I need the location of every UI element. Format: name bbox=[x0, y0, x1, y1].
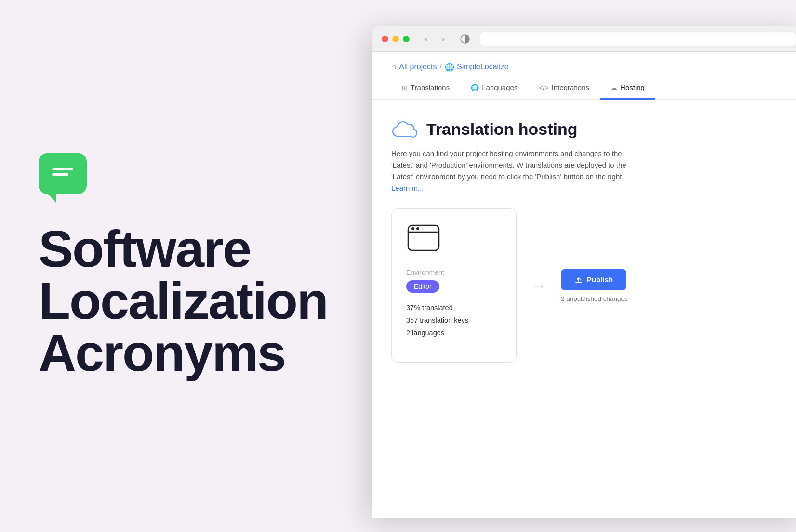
breadcrumb: ⌂ All projects / 🌐 SimpleLocalize bbox=[372, 52, 796, 72]
env-card-container: Environment Editor 37% translated 357 tr… bbox=[391, 208, 786, 363]
tab-navigation: ⊞ Translations 🌐 Languages </> Integrati… bbox=[372, 77, 796, 100]
all-projects-link[interactable]: All projects bbox=[399, 63, 437, 71]
environment-stats: 37% translated 357 translation keys 2 la… bbox=[406, 301, 502, 339]
hosting-tab-label: Hosting bbox=[620, 83, 645, 91]
privacy-icon bbox=[460, 34, 470, 44]
environment-label: Environment bbox=[406, 269, 502, 276]
app-content: ⌂ All projects / 🌐 SimpleLocalize ⊞ Tran… bbox=[372, 52, 796, 518]
keys-stat: 357 translation keys bbox=[406, 314, 502, 326]
nav-buttons: ‹ › bbox=[419, 32, 450, 46]
browser-icon bbox=[406, 223, 441, 252]
minimize-button[interactable] bbox=[392, 36, 399, 42]
cloud-icon bbox=[391, 119, 418, 139]
publish-section: Publish 2 unpublished changes bbox=[561, 269, 628, 302]
tab-languages[interactable]: 🌐 Languages bbox=[460, 77, 528, 100]
traffic-lights bbox=[382, 36, 410, 42]
globe-icon: 🌐 bbox=[445, 63, 454, 72]
hero-title: Software Localization Acronyms bbox=[39, 223, 347, 379]
translated-stat: 37% translated bbox=[406, 301, 502, 314]
arrow-icon: → bbox=[531, 277, 546, 295]
maximize-button[interactable] bbox=[403, 36, 410, 42]
translations-tab-label: Translations bbox=[411, 83, 450, 91]
description-text: Here you can find your project hosting e… bbox=[391, 149, 626, 181]
environment-badge: Editor bbox=[406, 280, 439, 293]
page-header: Translation hosting bbox=[391, 119, 786, 139]
forward-button[interactable]: › bbox=[437, 32, 450, 46]
app-logo bbox=[39, 153, 87, 194]
learn-more-link[interactable]: Learn m... bbox=[391, 184, 424, 192]
environment-card: Environment Editor 37% translated 357 tr… bbox=[391, 208, 517, 363]
left-panel: Software Localization Acronyms bbox=[0, 0, 385, 532]
breadcrumb-separator: / bbox=[440, 63, 442, 71]
languages-tab-icon: 🌐 bbox=[471, 84, 479, 91]
publish-button[interactable]: Publish bbox=[561, 269, 626, 290]
tab-integrations[interactable]: </> Integrations bbox=[528, 77, 600, 100]
translations-tab-icon: ⊞ bbox=[402, 84, 408, 91]
languages-tab-label: Languages bbox=[482, 83, 517, 91]
project-name: SimpleLocalize bbox=[457, 63, 509, 71]
tab-translations[interactable]: ⊞ Translations bbox=[391, 77, 460, 100]
hero-line1: Software bbox=[39, 220, 251, 278]
tab-hosting[interactable]: ☁ Hosting bbox=[600, 77, 655, 100]
page-description: Here you can find your project hosting e… bbox=[391, 148, 642, 194]
home-icon: ⌂ bbox=[391, 62, 396, 72]
main-content: Translation hosting Here you can find yo… bbox=[372, 100, 796, 382]
publish-label: Publish bbox=[587, 275, 613, 284]
hero-line3: Acronyms bbox=[39, 324, 285, 382]
logo-icon bbox=[50, 164, 75, 183]
integrations-tab-label: Integrations bbox=[552, 83, 589, 91]
integrations-tab-icon: </> bbox=[539, 84, 548, 91]
unpublished-text: 2 unpublished changes bbox=[561, 295, 628, 302]
browser-chrome: ‹ › bbox=[372, 26, 796, 52]
browser-window: ‹ › ⌂ All projects / 🌐 SimpleLocalize ⊞ … bbox=[372, 26, 796, 518]
svg-point-6 bbox=[416, 227, 419, 230]
current-project: 🌐 SimpleLocalize bbox=[445, 63, 509, 72]
publish-icon bbox=[574, 275, 583, 284]
hosting-tab-icon: ☁ bbox=[610, 84, 617, 91]
close-button[interactable] bbox=[382, 36, 388, 42]
svg-rect-1 bbox=[52, 173, 68, 176]
hero-line2: Localization bbox=[39, 272, 328, 330]
svg-rect-0 bbox=[52, 168, 73, 170]
back-button[interactable]: ‹ bbox=[419, 32, 433, 46]
svg-point-5 bbox=[411, 227, 414, 230]
languages-stat: 2 languages bbox=[406, 326, 502, 339]
page-title: Translation hosting bbox=[426, 120, 578, 139]
url-bar[interactable] bbox=[480, 32, 796, 46]
